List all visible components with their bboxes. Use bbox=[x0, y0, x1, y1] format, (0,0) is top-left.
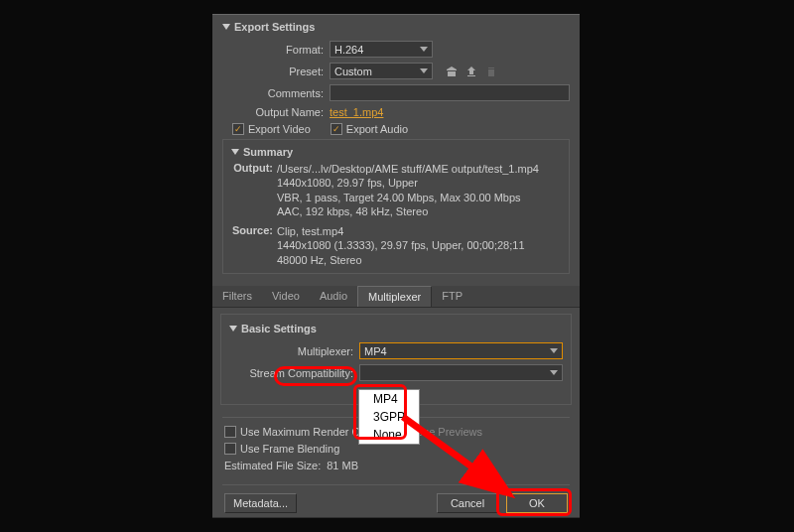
stream-compat-label: Stream Compatibility: bbox=[229, 367, 353, 379]
preset-label: Preset: bbox=[222, 66, 324, 77]
metadata-button[interactable]: Metadata... bbox=[224, 493, 297, 513]
collapse-triangle-icon bbox=[231, 149, 239, 155]
export-audio-label: Export Audio bbox=[346, 123, 408, 135]
export-audio-checkbox[interactable]: ✓ Export Audio bbox=[331, 123, 408, 135]
tab-ftp[interactable]: FTP bbox=[432, 286, 472, 307]
collapse-triangle-icon bbox=[229, 326, 237, 332]
preset-icons bbox=[445, 65, 498, 78]
summary-output-lines: /Users/...lv/Desktop/AME stuff/AME outpu… bbox=[277, 162, 561, 218]
multiplexer-option-mp4[interactable]: MP4 bbox=[359, 390, 419, 408]
preset-select[interactable]: Custom bbox=[330, 63, 433, 79]
tab-audio[interactable]: Audio bbox=[310, 286, 357, 307]
basic-settings-title: Basic Settings bbox=[241, 323, 317, 334]
format-select[interactable]: H.264 bbox=[330, 41, 433, 58]
multiplexer-option-none[interactable]: None bbox=[359, 426, 419, 444]
tab-filters[interactable]: Filters bbox=[212, 286, 262, 307]
multiplexer-select[interactable]: MP4 bbox=[359, 342, 563, 359]
use-previews-label: Use Previews bbox=[416, 426, 482, 438]
tab-video[interactable]: Video bbox=[262, 286, 310, 307]
save-preset-icon[interactable] bbox=[445, 65, 459, 78]
frame-blending-checkbox[interactable]: Use Frame Blending bbox=[224, 443, 339, 455]
multiplexer-option-3gpp[interactable]: 3GPP bbox=[359, 408, 419, 426]
comments-label: Comments: bbox=[222, 87, 324, 99]
multiplexer-label: Multiplexer: bbox=[229, 345, 353, 357]
est-size-label: Estimated File Size: bbox=[224, 460, 321, 471]
format-label: Format: bbox=[222, 44, 324, 56]
summary-source-key: Source: bbox=[231, 224, 273, 267]
basic-settings-header[interactable]: Basic Settings bbox=[229, 323, 563, 334]
export-settings-title: Export Settings bbox=[234, 21, 315, 33]
summary-title: Summary bbox=[243, 146, 293, 158]
import-preset-icon[interactable] bbox=[464, 65, 478, 78]
summary-output-key: Output: bbox=[231, 162, 273, 218]
export-settings-header[interactable]: Export Settings bbox=[222, 21, 570, 33]
output-name-link[interactable]: test_1.mp4 bbox=[330, 106, 383, 118]
summary-source-lines: Clip, test.mp4 1440x1080 (1.3333), 29.97… bbox=[277, 224, 561, 267]
frame-blending-label: Use Frame Blending bbox=[240, 443, 339, 455]
summary-box: Summary Output: /Users/...lv/Desktop/AME… bbox=[222, 139, 570, 274]
delete-preset-icon[interactable] bbox=[484, 65, 498, 78]
cancel-button[interactable]: Cancel bbox=[437, 493, 498, 513]
output-name-label: Output Name: bbox=[222, 106, 324, 118]
divider bbox=[222, 484, 570, 485]
ok-button[interactable]: OK bbox=[506, 493, 568, 513]
tab-multiplexer[interactable]: Multiplexer bbox=[357, 286, 432, 307]
est-size-value: 81 MB bbox=[327, 460, 358, 471]
multiplexer-dropdown: MP4 3GPP None bbox=[358, 389, 420, 445]
stream-compat-select[interactable] bbox=[359, 364, 563, 381]
comments-input[interactable] bbox=[330, 84, 570, 101]
collapse-triangle-icon bbox=[222, 24, 230, 30]
export-video-label: Export Video bbox=[248, 123, 311, 135]
tab-bar: Filters Video Audio Multiplexer FTP bbox=[212, 286, 580, 308]
summary-header[interactable]: Summary bbox=[231, 146, 561, 158]
export-settings-section: Export Settings Format: H.264 Preset: Cu… bbox=[212, 15, 580, 280]
export-video-checkbox[interactable]: ✓ Export Video bbox=[232, 123, 311, 135]
